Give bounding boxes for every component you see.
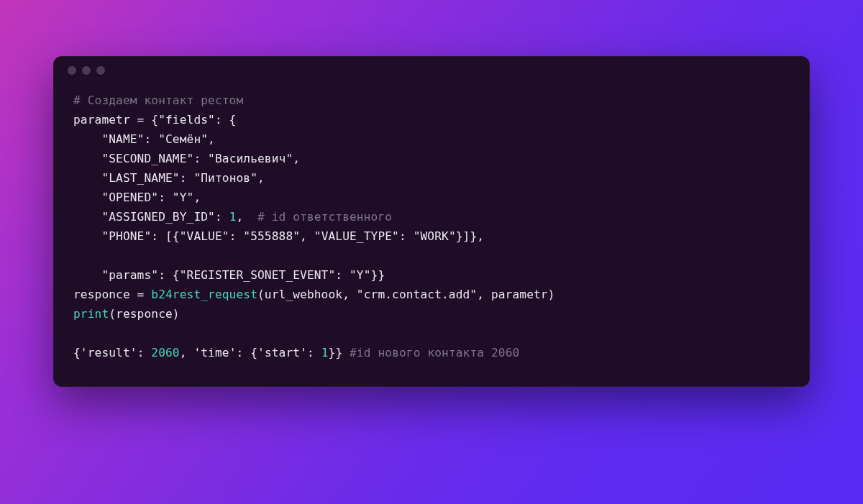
code-token: : { [158, 268, 180, 282]
code-token: : [229, 229, 244, 243]
code-token: : [158, 191, 173, 204]
code-token: : [193, 152, 208, 165]
code-token: "VALUE" [180, 229, 229, 243]
code-token: , [180, 346, 194, 359]
code-token [73, 152, 101, 165]
code-line: "LAST_NAME": "Питонов", [73, 168, 790, 188]
code-line: print(responce) [73, 304, 790, 324]
code-token: "REGISTER_SONET_EVENT" [180, 268, 336, 282]
code-token: , [300, 229, 314, 243]
code-token: }} [329, 346, 350, 359]
code-token [73, 229, 101, 243]
code-token [73, 132, 101, 146]
code-token: 'time' [193, 346, 236, 359]
code-token: print [73, 307, 109, 321]
code-token: parametr = { [73, 113, 158, 127]
code-token [73, 171, 101, 185]
code-token: "Y" [350, 268, 371, 282]
code-window: # Создаем контакт рестомparametr = {"fie… [53, 56, 810, 387]
code-line: responce = b24rest_request(url_webhook, … [73, 285, 790, 304]
code-token: { [73, 346, 81, 359]
code-token: b24rest_request [151, 288, 257, 301]
code-token: : [{ [151, 229, 179, 243]
code-token [73, 191, 101, 204]
code-token: , [193, 191, 201, 204]
code-token: "fields" [158, 113, 215, 127]
code-token: : [307, 346, 321, 359]
code-token: }]}, [456, 229, 484, 243]
code-line: parametr = {"fields": { [73, 110, 790, 129]
code-token: , [236, 210, 257, 224]
window-dot-minimize-icon [82, 66, 91, 75]
code-token: 1 [321, 346, 329, 359]
code-token: # Создаем контакт рестом [73, 93, 243, 107]
code-token: "Васильевич" [208, 152, 293, 165]
code-token: "LAST_NAME" [101, 171, 179, 185]
code-token: : [144, 132, 158, 146]
code-token: (responce) [109, 307, 179, 321]
code-token: : { [215, 113, 237, 127]
code-line: "PHONE": [{"VALUE": "555888", "VALUE_TYP… [73, 226, 790, 246]
code-token: # id ответственного [257, 210, 392, 224]
window-dot-close-icon [68, 66, 76, 75]
code-token [73, 268, 101, 282]
code-token: "crm.contact.add" [357, 288, 477, 301]
code-token: "Семён" [158, 132, 208, 146]
code-line: {'result': 2060, 'time': {'start': 1}} #… [73, 343, 790, 362]
code-token: "OPENED" [101, 191, 158, 204]
code-token: : [180, 171, 194, 185]
code-token [73, 210, 101, 224]
code-token: responce = [73, 288, 151, 301]
code-token: "PHONE" [101, 229, 151, 243]
code-line: "OPENED": "Y", [73, 188, 790, 207]
code-token: "Y" [173, 191, 194, 204]
code-token: "params" [101, 268, 158, 282]
code-line: # Создаем контакт рестом [73, 91, 790, 110]
code-token: (url_webhook, [257, 288, 357, 301]
code-token: : [215, 210, 229, 224]
code-line: "params": {"REGISTER_SONET_EVENT": "Y"}} [73, 265, 790, 285]
code-token: "ASSIGNED_BY_ID" [101, 210, 215, 224]
code-token: , parametr) [477, 288, 554, 301]
code-line: "SECOND_NAME": "Васильевич", [73, 149, 790, 168]
code-token: : [399, 229, 414, 243]
code-token: 'start' [257, 346, 307, 359]
code-token: 'result' [81, 346, 137, 359]
code-token: : [335, 268, 350, 282]
code-block: # Создаем контакт рестомparametr = {"fie… [53, 85, 810, 387]
code-line: "ASSIGNED_BY_ID": 1, # id ответственного [73, 207, 790, 226]
code-token: #id нового контакта 2060 [350, 346, 519, 359]
code-token: "SECOND_NAME" [101, 152, 193, 165]
code-token: , [208, 132, 215, 146]
code-token: "WORK" [414, 229, 456, 243]
code-token: 2060 [151, 346, 179, 359]
window-dot-zoom-icon [96, 66, 105, 75]
code-line: "NAME": "Семён", [73, 129, 790, 149]
code-token: , [257, 171, 265, 185]
code-token: }} [371, 268, 385, 282]
code-line [73, 324, 790, 343]
code-token: 1 [229, 210, 237, 224]
window-titlebar [53, 56, 810, 85]
code-token: "Питонов" [193, 171, 257, 185]
code-token: "NAME" [101, 132, 144, 146]
code-token: , [293, 152, 300, 165]
code-line [73, 246, 790, 265]
code-token: : { [237, 346, 258, 359]
code-token: "555888" [243, 229, 300, 243]
code-token: : [137, 346, 152, 359]
code-token: "VALUE_TYPE" [314, 229, 399, 243]
